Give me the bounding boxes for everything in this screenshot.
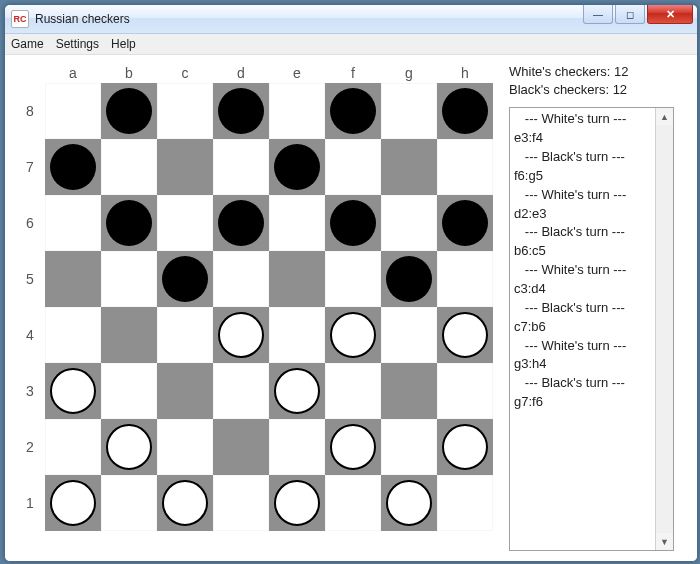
move-log[interactable]: --- White's turn ---e3:f4 --- Black's tu… <box>509 107 674 551</box>
black-checker[interactable] <box>274 144 320 190</box>
square-b8[interactable] <box>101 83 157 139</box>
white-checker[interactable] <box>274 368 320 414</box>
square-e3[interactable] <box>269 363 325 419</box>
square-c5[interactable] <box>157 251 213 307</box>
square-a6[interactable] <box>45 195 101 251</box>
square-f3[interactable] <box>325 363 381 419</box>
white-checker[interactable] <box>274 480 320 526</box>
square-b3[interactable] <box>101 363 157 419</box>
square-g8[interactable] <box>381 83 437 139</box>
black-checker[interactable] <box>330 200 376 246</box>
square-f5[interactable] <box>325 251 381 307</box>
square-g6[interactable] <box>381 195 437 251</box>
square-e8[interactable] <box>269 83 325 139</box>
square-a2[interactable] <box>45 419 101 475</box>
square-e5[interactable] <box>269 251 325 307</box>
square-f2[interactable] <box>325 419 381 475</box>
square-g5[interactable] <box>381 251 437 307</box>
minimize-button[interactable]: — <box>583 5 613 24</box>
menu-settings[interactable]: Settings <box>56 37 99 51</box>
square-b5[interactable] <box>101 251 157 307</box>
square-e4[interactable] <box>269 307 325 363</box>
black-checker[interactable] <box>386 256 432 302</box>
square-b4[interactable] <box>101 307 157 363</box>
square-h4[interactable] <box>437 307 493 363</box>
square-h8[interactable] <box>437 83 493 139</box>
square-c6[interactable] <box>157 195 213 251</box>
square-c3[interactable] <box>157 363 213 419</box>
square-e2[interactable] <box>269 419 325 475</box>
square-g1[interactable] <box>381 475 437 531</box>
square-a1[interactable] <box>45 475 101 531</box>
square-h7[interactable] <box>437 139 493 195</box>
black-checker[interactable] <box>50 144 96 190</box>
black-checker[interactable] <box>218 88 264 134</box>
checkers-board[interactable]: abcdefgh87654321 <box>15 63 493 551</box>
square-a3[interactable] <box>45 363 101 419</box>
square-c1[interactable] <box>157 475 213 531</box>
white-checker[interactable] <box>50 368 96 414</box>
square-d3[interactable] <box>213 363 269 419</box>
square-d1[interactable] <box>213 475 269 531</box>
maximize-button[interactable]: ◻ <box>615 5 645 24</box>
white-checker[interactable] <box>442 424 488 470</box>
square-d4[interactable] <box>213 307 269 363</box>
menu-game[interactable]: Game <box>11 37 44 51</box>
scroll-down-button[interactable]: ▼ <box>656 533 673 550</box>
square-d6[interactable] <box>213 195 269 251</box>
square-a4[interactable] <box>45 307 101 363</box>
square-d7[interactable] <box>213 139 269 195</box>
menu-help[interactable]: Help <box>111 37 136 51</box>
white-checker[interactable] <box>386 480 432 526</box>
square-c4[interactable] <box>157 307 213 363</box>
square-c8[interactable] <box>157 83 213 139</box>
black-checker[interactable] <box>442 88 488 134</box>
scrollbar[interactable]: ▲ ▼ <box>655 108 673 550</box>
square-g4[interactable] <box>381 307 437 363</box>
square-a8[interactable] <box>45 83 101 139</box>
square-h3[interactable] <box>437 363 493 419</box>
square-f8[interactable] <box>325 83 381 139</box>
white-checker[interactable] <box>330 312 376 358</box>
square-b1[interactable] <box>101 475 157 531</box>
square-d8[interactable] <box>213 83 269 139</box>
white-checker[interactable] <box>330 424 376 470</box>
black-checker[interactable] <box>442 200 488 246</box>
square-f7[interactable] <box>325 139 381 195</box>
white-checker[interactable] <box>162 480 208 526</box>
square-h5[interactable] <box>437 251 493 307</box>
square-d2[interactable] <box>213 419 269 475</box>
square-h6[interactable] <box>437 195 493 251</box>
black-checker[interactable] <box>330 88 376 134</box>
square-b2[interactable] <box>101 419 157 475</box>
white-checker[interactable] <box>50 480 96 526</box>
square-c7[interactable] <box>157 139 213 195</box>
square-h2[interactable] <box>437 419 493 475</box>
square-e1[interactable] <box>269 475 325 531</box>
white-checker[interactable] <box>218 312 264 358</box>
square-f1[interactable] <box>325 475 381 531</box>
square-a7[interactable] <box>45 139 101 195</box>
white-checker[interactable] <box>106 424 152 470</box>
black-checker[interactable] <box>218 200 264 246</box>
black-checker[interactable] <box>106 88 152 134</box>
square-a5[interactable] <box>45 251 101 307</box>
square-e6[interactable] <box>269 195 325 251</box>
square-g3[interactable] <box>381 363 437 419</box>
titlebar[interactable]: RC Russian checkers — ◻ ✕ <box>5 5 697 34</box>
square-f6[interactable] <box>325 195 381 251</box>
square-b7[interactable] <box>101 139 157 195</box>
square-c2[interactable] <box>157 419 213 475</box>
square-g2[interactable] <box>381 419 437 475</box>
square-f4[interactable] <box>325 307 381 363</box>
square-g7[interactable] <box>381 139 437 195</box>
close-button[interactable]: ✕ <box>647 5 693 24</box>
scroll-up-button[interactable]: ▲ <box>656 108 673 125</box>
black-checker[interactable] <box>162 256 208 302</box>
black-checker[interactable] <box>106 200 152 246</box>
square-d5[interactable] <box>213 251 269 307</box>
square-b6[interactable] <box>101 195 157 251</box>
square-e7[interactable] <box>269 139 325 195</box>
white-checker[interactable] <box>442 312 488 358</box>
square-h1[interactable] <box>437 475 493 531</box>
